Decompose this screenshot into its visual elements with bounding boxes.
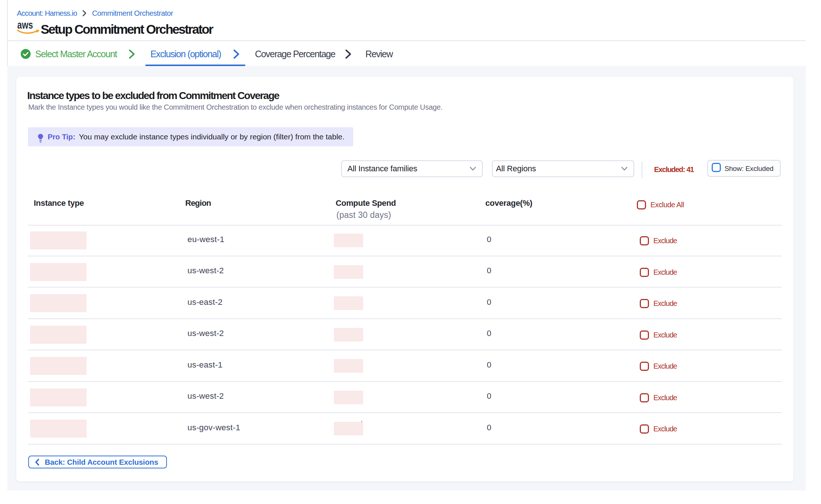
- svg-text:aws: aws: [17, 19, 33, 31]
